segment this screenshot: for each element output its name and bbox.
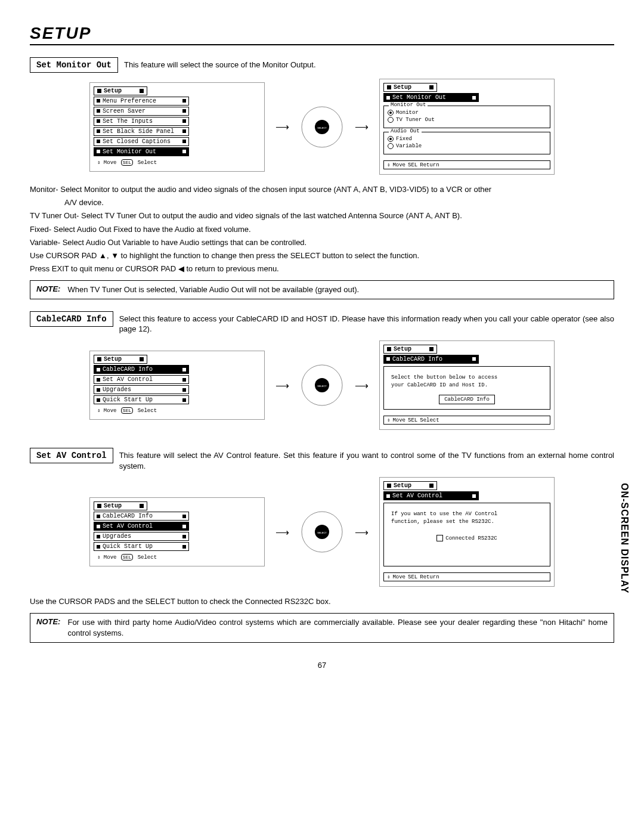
remote-select-button-icon: SELECT — [300, 510, 344, 554]
triple-panel-3: Setup CableCARD Info Set AV Control Upgr… — [30, 477, 614, 587]
menu-item: Set Black Side Panel — [103, 128, 182, 135]
svg-text:SELECT: SELECT — [317, 531, 327, 534]
radio-label: TV Tuner Out — [396, 117, 435, 123]
body-para-variable: Variable- Select Audio Out Variable to h… — [30, 237, 614, 248]
radio-unselected-icon — [388, 143, 394, 149]
osd-hint: ⇕ Move SEL Select — [383, 416, 550, 425]
osd-tab-label: Setup — [394, 482, 411, 489]
menu-item: Upgrades — [103, 533, 182, 540]
label-cablecard-info: CableCARD Info — [30, 311, 113, 327]
osd-hint: ⇕ Move SEL Return — [383, 160, 550, 169]
osd-tab-label: Setup — [104, 88, 122, 94]
radio-selected-icon — [388, 136, 394, 142]
menu-item: Set AV Control — [103, 376, 182, 383]
svg-text:SELECT: SELECT — [317, 385, 327, 388]
triple-panel-1: Setup Menu Preference Screen Saver Set T… — [30, 79, 614, 175]
osd-hint: ⇕ Move SEL Select — [94, 407, 261, 414]
triple-panel-2: Setup CableCARD Info Set AV Control Upgr… — [30, 340, 614, 430]
label-set-av-control: Set AV Control — [30, 448, 113, 463]
arrow-right-icon: ⟶ — [275, 121, 289, 132]
menu-item: Set The Inputs — [103, 118, 182, 125]
note-label: NOTE: — [36, 617, 60, 638]
osd-hint: ⇕ Move SEL Return — [383, 572, 550, 581]
osd-left-2: Setup CableCARD Info Set AV Control Upgr… — [89, 351, 265, 420]
osd-left-3: Setup CableCARD Info Set AV Control Upgr… — [89, 497, 265, 566]
menu-header: CableCARD Info — [392, 356, 472, 363]
osd-tab-label: Setup — [104, 356, 122, 363]
arrow-right-icon: ⟶ — [355, 527, 369, 538]
osd-right-3: Setup Set AV Control If you want to use … — [379, 477, 555, 587]
side-tab-label: ON-SCREEN DISPLAY — [619, 483, 630, 593]
body-para-cursor: Use CURSOR PAD ▲, ▼ to highlight the fun… — [30, 250, 614, 261]
menu-header: Set AV Control — [392, 493, 472, 499]
body-para-tvtuner: TV Tuner Out- Select TV Tuner Out to out… — [30, 210, 614, 221]
checkbox-line: Connected RS232C — [388, 535, 546, 541]
section-set-av-control-header: Set AV Control This feature will select … — [30, 448, 614, 471]
arrow-right-icon: ⟶ — [275, 527, 289, 538]
radio-label: Fixed — [396, 136, 412, 142]
page-title: Setup — [30, 24, 614, 45]
arrow-right-icon: ⟶ — [355, 121, 369, 132]
menu-item: CableCARD Info — [103, 513, 182, 519]
radio-label: Variable — [396, 143, 422, 149]
menu-item-selected: CableCARD Info — [103, 366, 182, 373]
osd-left-1: Setup Menu Preference Screen Saver Set T… — [89, 82, 265, 172]
arrow-right-icon: ⟶ — [275, 380, 289, 391]
osd-tab-label: Setup — [104, 503, 122, 509]
osd-right-1: Setup Set Monitor Out Monitor Out Monito… — [379, 79, 555, 175]
note-text: When TV Tuner Out is selected, Variable … — [67, 284, 608, 295]
osd-tab-label: Setup — [394, 346, 411, 352]
osd-right-2: Setup CableCARD Info Select the button b… — [379, 340, 555, 430]
menu-item: Upgrades — [103, 386, 182, 393]
menu-item: Screen Saver — [103, 108, 182, 114]
radio-label: Monitor — [396, 110, 419, 116]
menu-item: Quick Start Up — [103, 397, 182, 403]
remote-select-button-icon: SELECT — [300, 105, 344, 149]
osd-body-text: Select the button below to access your C… — [388, 370, 546, 390]
body-para-cursorpads: Use the CURSOR PADS and the SELECT butto… — [30, 596, 614, 607]
svg-text:SELECT: SELECT — [317, 126, 327, 129]
note-label: NOTE: — [36, 284, 60, 295]
remote-select-button-icon: SELECT — [300, 363, 344, 407]
radio-unselected-icon — [388, 117, 394, 123]
osd-tab-label: Setup — [394, 84, 411, 91]
section-cablecard-header: CableCARD Info Select this feature to ac… — [30, 311, 614, 335]
desc-cablecard: Select this feature to access your Cable… — [119, 311, 614, 335]
body-para-monitor: Monitor- Select Monitor to output the au… — [30, 184, 614, 195]
osd-hint: ⇕ Move SEL Select — [94, 159, 261, 166]
desc-set-monitor-out: This feature will select the source of t… — [124, 57, 614, 70]
body-para-fixed: Fixed- Select Audio Out Fixed to have th… — [30, 224, 614, 235]
note-box-1: NOTE: When TV Tuner Out is selected, Var… — [30, 280, 614, 299]
body-para-exit: Press EXIT to quit menu or CURSOR PAD ◀ … — [30, 264, 614, 274]
desc-set-av-control: This feature will select the AV Control … — [119, 448, 614, 471]
menu-header: Set Monitor Out — [392, 94, 472, 101]
osd-hint: ⇕ Move SEL Select — [94, 553, 261, 561]
page-number: 67 — [30, 661, 614, 670]
cablecard-info-button: CableCARD Info — [439, 395, 495, 404]
label-set-monitor-out: Set Monitor Out — [30, 57, 118, 73]
arrow-right-icon: ⟶ — [355, 380, 369, 391]
menu-item: Menu Preference — [103, 98, 182, 104]
radio-selected-icon — [388, 110, 394, 116]
fieldset-legend: Monitor Out — [389, 102, 428, 108]
menu-item-selected: Set Monitor Out — [103, 148, 182, 155]
note-text: For use with third party home Audio/Vide… — [67, 617, 608, 638]
osd-body-text: If you want to use the AV Control functi… — [388, 507, 546, 527]
menu-item-selected: Set AV Control — [103, 523, 182, 529]
body-para-monitor-cont: A/V device. — [30, 197, 614, 208]
section-set-monitor-out-header: Set Monitor Out This feature will select… — [30, 57, 614, 73]
checkbox-icon — [436, 535, 443, 541]
menu-item: Quick Start Up — [103, 543, 182, 550]
note-box-2: NOTE: For use with third party home Audi… — [30, 613, 614, 642]
fieldset-legend: Audio Out — [389, 128, 422, 134]
menu-item: Set Closed Captions — [103, 138, 182, 145]
